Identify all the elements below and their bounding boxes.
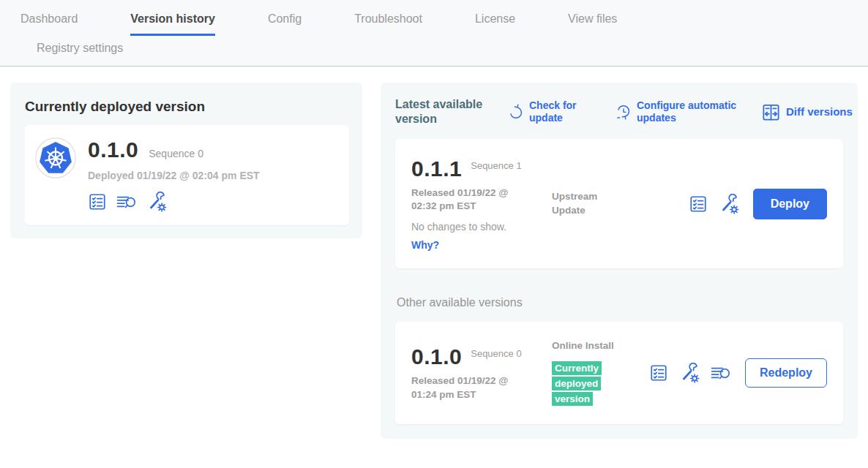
check-for-update-icon <box>508 103 524 121</box>
available-versions-header: Latest available version Check for updat… <box>395 97 843 127</box>
primary-tab-bar: Dashboard Version history Config Trouble… <box>0 0 868 36</box>
other-source-label: Online Install <box>552 339 619 352</box>
latest-available-title: Latest available version <box>395 97 492 127</box>
other-version-info: 0.1.0 Sequence 0 Released 01/19/22 @ 01:… <box>411 344 552 401</box>
tab-license[interactable]: License <box>475 12 515 36</box>
currently-deployed-badge-wrap: Currently deployed version <box>552 361 610 407</box>
other-version-card: 0.1.0 Sequence 0 Released 01/19/22 @ 01:… <box>395 322 843 424</box>
app-header: Dashboard Version history Config Trouble… <box>0 0 868 67</box>
other-version-number: 0.1.0 <box>411 344 462 369</box>
tab-view-files[interactable]: View files <box>568 12 617 36</box>
other-version-source: Online Install Currently deployed versio… <box>552 339 619 407</box>
other-released-timestamp: Released 01/19/22 @ 01:24 pm EST <box>411 374 534 401</box>
tab-troubleshoot[interactable]: Troubleshoot <box>354 12 422 36</box>
edit-config-icon[interactable] <box>146 192 167 212</box>
tab-version-history[interactable]: Version history <box>130 12 215 36</box>
deployed-timestamp: Deployed 01/19/22 @ 02:04 pm EST <box>88 170 260 181</box>
latest-released-timestamp: Released 01/19/22 @ 02:32 pm EST <box>411 186 534 213</box>
tab-dashboard[interactable]: Dashboard <box>20 12 78 36</box>
deployed-version-info: 0.1.0 Sequence 0 Deployed 01/19/22 @ 02:… <box>88 137 260 212</box>
deploy-button[interactable]: Deploy <box>753 189 827 219</box>
latest-version-number: 0.1.1 <box>411 156 462 181</box>
tab-registry-settings[interactable]: Registry settings <box>37 42 123 55</box>
deployed-version-number: 0.1.0 <box>88 137 138 162</box>
currently-deployed-badge: Currently deployed version <box>552 361 602 406</box>
view-logs-icon[interactable] <box>711 363 731 382</box>
automatic-updates-icon <box>616 103 632 121</box>
latest-version-source: Upstream Update <box>552 190 619 216</box>
diff-versions-link[interactable]: Diff versions <box>761 102 853 122</box>
secondary-tab-bar: Registry settings <box>0 36 868 66</box>
tab-config[interactable]: Config <box>268 12 302 36</box>
latest-sequence-label: Sequence 1 <box>471 156 523 173</box>
preflight-checklist-icon[interactable] <box>649 363 668 382</box>
deployed-version-card: 0.1.0 Sequence 0 Deployed 01/19/22 @ 02:… <box>25 125 349 225</box>
latest-version-card: 0.1.1 Sequence 1 Released 01/19/22 @ 02:… <box>395 139 843 268</box>
latest-version-info: 0.1.1 Sequence 1 Released 01/19/22 @ 02:… <box>411 156 552 251</box>
configure-automatic-updates-link[interactable]: Configure automatic updates <box>616 99 752 124</box>
currently-deployed-title: Currently deployed version <box>25 99 349 115</box>
other-sequence-label: Sequence 0 <box>471 344 523 361</box>
deployed-sequence-label: Sequence 0 <box>149 148 203 159</box>
preflight-checklist-icon[interactable] <box>88 192 107 211</box>
edit-config-icon[interactable] <box>679 363 700 383</box>
other-versions-title: Other available versions <box>397 296 843 309</box>
check-for-update-link[interactable]: Check for update <box>508 99 586 124</box>
no-changes-note: No changes to show. <box>411 221 552 233</box>
currently-deployed-panel: Currently deployed version <box>10 83 362 238</box>
view-logs-icon[interactable] <box>116 192 137 211</box>
redeploy-button[interactable]: Redeploy <box>745 358 827 388</box>
diff-versions-icon <box>761 102 781 122</box>
why-link[interactable]: Why? <box>411 239 439 251</box>
kubernetes-logo <box>35 137 76 181</box>
main-content: Currently deployed version <box>0 67 868 439</box>
available-versions-panel: Latest available version Check for updat… <box>381 83 858 439</box>
edit-config-icon[interactable] <box>719 194 739 214</box>
preflight-checklist-icon[interactable] <box>689 195 708 214</box>
